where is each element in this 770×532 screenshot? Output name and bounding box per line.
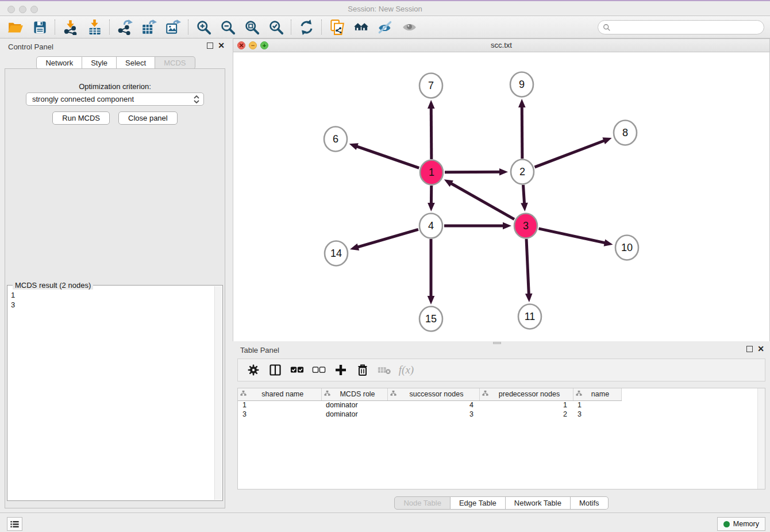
column-header-name[interactable]: name [573, 388, 621, 400]
eye-slash-button[interactable] [373, 18, 397, 36]
run-mcds-button[interactable]: Run MCDS [52, 111, 110, 125]
table-cell[interactable]: 3 [238, 410, 321, 419]
close-panel-icon[interactable]: ✕ [218, 43, 225, 49]
tab-style[interactable]: Style [82, 56, 117, 70]
zoom-out-button[interactable] [215, 18, 240, 36]
table-cell[interactable]: dominator [321, 400, 387, 410]
network-canvas[interactable]: 1234678910111415 [233, 52, 769, 341]
zoom-in-button[interactable] [191, 18, 215, 36]
sort-tree-icon [240, 390, 247, 398]
tab-motifs[interactable]: Motifs [571, 496, 609, 510]
close-table-panel-icon[interactable]: ✕ [757, 346, 764, 352]
node-label: 4 [428, 220, 434, 232]
export-table-button[interactable] [137, 18, 161, 36]
graph-node-2[interactable]: 2 [511, 160, 534, 184]
table-row[interactable]: 1dominator411 [238, 400, 621, 410]
table-panel-title: Table Panel [240, 346, 279, 354]
search-input[interactable] [598, 20, 764, 34]
refresh-button[interactable] [294, 18, 318, 36]
table-cell[interactable]: 1 [479, 400, 573, 410]
memory-button[interactable]: Memory [717, 517, 765, 531]
import-table-button[interactable] [82, 18, 106, 36]
float-table-panel-icon[interactable] [746, 346, 753, 352]
edge-2-8[interactable] [535, 137, 612, 167]
graph-node-6[interactable]: 6 [324, 127, 347, 152]
edge-4-3[interactable] [444, 222, 511, 230]
network-graph[interactable]: 1234678910111415 [233, 52, 769, 341]
save-button[interactable] [28, 18, 52, 36]
task-history-button[interactable] [7, 517, 22, 531]
edge-3-1[interactable] [444, 179, 514, 219]
table-cell[interactable]: dominator [321, 410, 387, 419]
table-cell[interactable]: 1 [238, 400, 321, 410]
column-header-predecessor-nodes[interactable]: predecessor nodes [479, 388, 573, 400]
table-cell[interactable]: 3 [387, 410, 479, 419]
edge-2-9[interactable] [518, 99, 526, 159]
table-cell[interactable]: 4 [387, 400, 479, 410]
eye-button[interactable] [397, 18, 421, 36]
close-panel-button[interactable]: Close panel [118, 111, 178, 125]
eye-icon [402, 20, 417, 35]
node-label: 3 [523, 220, 529, 232]
homes-button[interactable] [349, 18, 373, 36]
split-column-button[interactable] [265, 361, 285, 379]
graph-node-14[interactable]: 14 [325, 241, 348, 266]
sort-tree-icon [576, 390, 582, 398]
tab-network[interactable]: Network [36, 56, 82, 70]
share-document-button[interactable] [325, 18, 349, 36]
table-cell[interactable]: 1 [573, 400, 621, 410]
graph-node-1[interactable]: 1 [420, 160, 443, 185]
zoom-in-icon [196, 20, 211, 35]
graph-node-10[interactable]: 10 [615, 236, 638, 260]
edge-2-3[interactable] [521, 185, 528, 211]
zoom-selected-icon [268, 20, 284, 35]
table-row[interactable]: 3dominator323 [238, 410, 621, 419]
export-network-button[interactable] [113, 18, 137, 36]
graph-node-7[interactable]: 7 [419, 74, 442, 98]
edge-4-14[interactable] [350, 229, 418, 250]
graph-node-4[interactable]: 4 [419, 214, 442, 238]
edge-1-4[interactable] [428, 186, 435, 211]
graph-node-3[interactable]: 3 [514, 214, 537, 238]
table-cell[interactable]: 3 [573, 410, 621, 419]
node-label: 14 [330, 248, 342, 259]
table-scrollbar[interactable] [757, 388, 765, 489]
tab-edge-table[interactable]: Edge Table [451, 496, 506, 510]
tab-network-table[interactable]: Network Table [506, 496, 571, 510]
network-window-titlebar: ✕ − + scc.txt [233, 39, 769, 52]
result-scrollbar[interactable] [214, 286, 222, 500]
export-network-icon [117, 20, 133, 35]
tab-node-table[interactable]: Node Table [394, 496, 451, 510]
tab-mcds[interactable]: MCDS [155, 56, 195, 70]
export-image-button[interactable] [161, 18, 185, 36]
zoom-fit-icon [244, 20, 260, 35]
node-label: 7 [428, 80, 434, 91]
edge-1-2[interactable] [445, 168, 508, 176]
edge-1-6[interactable] [349, 143, 419, 168]
zoom-fit-button[interactable] [240, 18, 264, 36]
column-header-successor-nodes[interactable]: successor nodes [387, 388, 479, 400]
float-panel-icon[interactable] [207, 43, 213, 49]
control-panel: Control Panel ✕ NetworkStyleSelectMCDS O… [0, 38, 232, 510]
column-header-shared-name[interactable]: shared name [238, 388, 321, 400]
edge-3-11[interactable] [525, 239, 533, 302]
import-network-button[interactable] [58, 18, 82, 36]
column-header-MCDS-role[interactable]: MCDS role [321, 388, 387, 400]
criterion-dropdown[interactable]: strongly connected component [26, 92, 204, 106]
trash-button[interactable] [353, 361, 372, 379]
deselect-all-button[interactable] [309, 361, 329, 379]
table-cell[interactable]: 2 [479, 410, 573, 419]
edge-3-10[interactable] [538, 229, 613, 246]
edge-4-15[interactable] [428, 239, 435, 304]
graph-node-8[interactable]: 8 [614, 121, 637, 145]
add-button[interactable] [331, 361, 351, 379]
open-folder-button[interactable] [3, 18, 28, 36]
zoom-selected-button[interactable] [264, 18, 288, 36]
tab-select[interactable]: Select [117, 56, 155, 70]
graph-node-9[interactable]: 9 [510, 72, 533, 97]
gear-button[interactable] [244, 361, 263, 379]
edge-1-7[interactable] [428, 100, 435, 159]
graph-node-15[interactable]: 15 [419, 307, 442, 331]
select-all-button[interactable] [287, 361, 307, 379]
graph-node-11[interactable]: 11 [518, 304, 541, 329]
